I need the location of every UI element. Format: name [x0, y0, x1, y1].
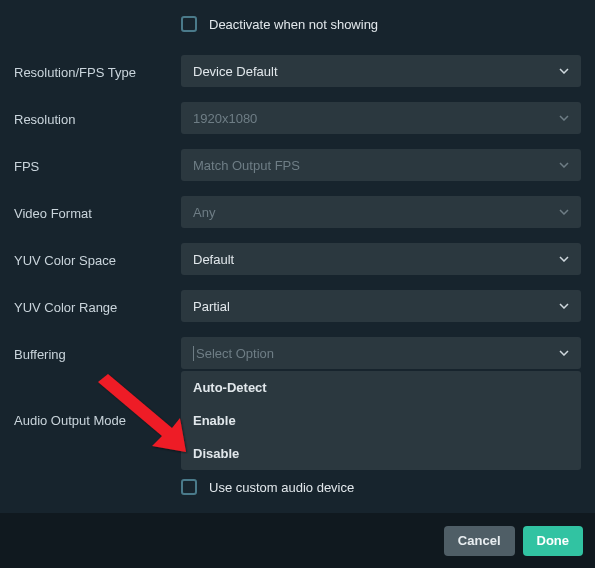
- buffering-option-auto-detect[interactable]: Auto-Detect: [181, 371, 581, 404]
- deactivate-checkbox-row: Deactivate when not showing: [181, 16, 581, 32]
- chevron-down-icon: [559, 113, 569, 123]
- buffering-option-enable[interactable]: Enable: [181, 404, 581, 437]
- audio-mode-label: Audio Output Mode: [14, 355, 181, 428]
- resolution-select: 1920x1080: [181, 102, 581, 134]
- video-format-label: Video Format: [14, 204, 181, 221]
- color-range-label: YUV Color Range: [14, 298, 181, 315]
- buffering-select[interactable]: Select Option: [181, 337, 581, 369]
- footer: Cancel Done: [0, 513, 595, 568]
- buffering-dropdown: Auto-Detect Enable Disable: [181, 371, 581, 470]
- buffering-option-disable[interactable]: Disable: [181, 437, 581, 470]
- color-range-select[interactable]: Partial: [181, 290, 581, 322]
- chevron-down-icon: [559, 66, 569, 76]
- chevron-down-icon: [559, 348, 569, 358]
- video-format-value: Any: [193, 205, 215, 220]
- custom-audio-label: Use custom audio device: [209, 480, 354, 495]
- chevron-down-icon: [559, 207, 569, 217]
- cancel-button[interactable]: Cancel: [444, 526, 515, 556]
- video-format-select: Any: [181, 196, 581, 228]
- resolution-value: 1920x1080: [193, 111, 257, 126]
- fps-select: Match Output FPS: [181, 149, 581, 181]
- custom-audio-checkbox[interactable]: [181, 479, 197, 495]
- chevron-down-icon: [559, 254, 569, 264]
- buffering-placeholder: Select Option: [193, 346, 274, 361]
- custom-audio-checkbox-row: Use custom audio device: [181, 479, 581, 495]
- color-range-value: Partial: [193, 299, 230, 314]
- res-fps-type-select[interactable]: Device Default: [181, 55, 581, 87]
- deactivate-label: Deactivate when not showing: [209, 17, 378, 32]
- color-space-select[interactable]: Default: [181, 243, 581, 275]
- res-fps-type-label: Resolution/FPS Type: [14, 63, 181, 80]
- color-space-label: YUV Color Space: [14, 251, 181, 268]
- fps-value: Match Output FPS: [193, 158, 300, 173]
- color-space-value: Default: [193, 252, 234, 267]
- done-button[interactable]: Done: [523, 526, 584, 556]
- res-fps-type-value: Device Default: [193, 64, 278, 79]
- fps-label: FPS: [14, 157, 181, 174]
- chevron-down-icon: [559, 301, 569, 311]
- resolution-label: Resolution: [14, 110, 181, 127]
- deactivate-checkbox[interactable]: [181, 16, 197, 32]
- chevron-down-icon: [559, 160, 569, 170]
